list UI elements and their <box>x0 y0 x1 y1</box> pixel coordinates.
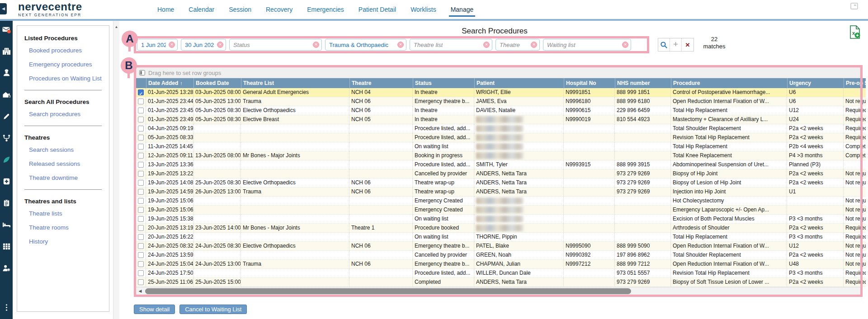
row-checkbox[interactable] <box>138 89 144 95</box>
add-filter-button[interactable]: + <box>670 38 682 51</box>
more-icon[interactable] <box>2 303 11 312</box>
clinician-icon[interactable] <box>2 69 11 77</box>
row-checkbox[interactable] <box>138 135 144 141</box>
column-header-select[interactable] <box>136 78 146 88</box>
column-header-patient[interactable]: Patient <box>474 78 564 88</box>
table-row[interactable]: 24-Jun-2025 08:3224-Jun-2025 08:30Electi… <box>136 242 866 251</box>
scroll-up-icon[interactable]: ▲ <box>113 21 119 29</box>
row-checkbox[interactable] <box>138 108 144 113</box>
column-header-nhs_number[interactable]: NHS number <box>615 78 671 88</box>
sidebar-item-theatre-lists[interactable]: Theatre lists <box>29 210 104 217</box>
table-row[interactable]: 24-Jun-2025 13:59Cancelled by providerGR… <box>136 251 866 260</box>
filter-chip-theatre[interactable]: Theatre✕ <box>495 39 540 51</box>
collapse-sidebar-icon[interactable]: ◀ <box>0 3 7 14</box>
nav-patient-detail[interactable]: Patient Detail <box>359 0 396 19</box>
row-checkbox[interactable] <box>138 162 144 168</box>
sidebar-item-history[interactable]: History <box>29 238 104 245</box>
column-header-procedure[interactable]: Procedure <box>671 78 787 88</box>
row-checkbox[interactable] <box>138 99 144 104</box>
column-header-hospital_no[interactable]: Hospital No <box>564 78 615 88</box>
sidebar-item-search-sessions[interactable]: Search sessions <box>29 146 104 153</box>
clear-filter-icon[interactable]: ✕ <box>622 42 628 48</box>
jobs-icon[interactable] <box>2 199 11 207</box>
table-row[interactable]: 19-Jun-2025 15:06Emergency CreatedEmerge… <box>136 206 866 215</box>
scroll-left-icon[interactable]: ◀ <box>137 288 143 294</box>
table-row[interactable]: 13-Jun-2025 13:36Procedure listed, add..… <box>136 160 866 169</box>
clear-filter-icon[interactable]: ✕ <box>483 42 490 48</box>
filter-chip-1-jun-2025[interactable]: 1 Jun 2025✕ <box>137 39 178 51</box>
clear-filter-icon[interactable]: ✕ <box>313 42 319 48</box>
user-admin-icon[interactable] <box>2 264 11 272</box>
table-row[interactable]: 25-Jun-2025 11:0625-Jun-2025 15:00Comple… <box>136 278 866 287</box>
sidebar-item-booked-procedures[interactable]: Booked procedures <box>29 47 104 54</box>
sidebar-item-theatre-downtime[interactable]: Theatre downtime <box>29 174 104 181</box>
table-row[interactable]: 01-Jun-2025 23:4405-Jun-2025 13:00Trauma… <box>136 97 866 106</box>
leaf-icon[interactable] <box>2 155 11 164</box>
scrollbar-thumb[interactable] <box>145 288 631 294</box>
filter-chip-waiting-list[interactable]: Waiting list✕ <box>543 39 631 51</box>
table-row[interactable]: 20-Jun-2025 16:22On waiting listTHORNE, … <box>136 233 866 242</box>
home-visit-icon[interactable] <box>2 90 11 99</box>
row-checkbox[interactable] <box>138 198 144 204</box>
row-checkbox[interactable] <box>138 117 144 122</box>
pen-icon[interactable] <box>2 112 11 121</box>
filter-chip-status[interactable]: Status✕ <box>229 39 322 51</box>
export-excel-icon[interactable]: x <box>849 25 861 41</box>
table-row[interactable]: 24-Jun-2025 15:0424-Jun-2025 13:00Trauma… <box>136 260 866 269</box>
nav-worklists[interactable]: Worklists <box>410 0 436 19</box>
row-checkbox[interactable] <box>138 144 144 150</box>
row-checkbox[interactable] <box>138 252 144 258</box>
search-button[interactable] <box>658 38 670 51</box>
row-checkbox[interactable] <box>138 153 144 159</box>
row-checkbox[interactable] <box>138 234 144 240</box>
table-row[interactable]: 19-Jun-2025 14:5926-Jun-2025 13:00Trauma… <box>136 188 866 197</box>
table-row[interactable]: 01-Jun-2025 13:2803-Jun-2025 08:00Genera… <box>136 88 866 97</box>
table-row[interactable]: 04-Jun-2025 09:19Procedure listed, add..… <box>136 124 866 133</box>
table-row[interactable]: 20-Jun-2025 13:1923-Jun-2025 14:00Mr Bon… <box>136 224 866 233</box>
popout-window-icon[interactable] <box>850 3 858 9</box>
table-row[interactable]: 19-Jun-2025 14:0825-Jun-2025 08:30Electi… <box>136 178 866 188</box>
filter-chip-trauma-orthopaedic[interactable]: Trauma & Orthopaedic✕ <box>325 39 406 51</box>
table-row[interactable]: 19-Jun-2025 15:38On waiting listExcision… <box>136 215 866 224</box>
nav-manage[interactable]: Manage <box>451 0 474 19</box>
mail-icon[interactable] <box>2 25 11 34</box>
sidebar-item-search-procedures[interactable]: Search procedures <box>29 111 104 117</box>
theatres-icon[interactable] <box>2 242 11 251</box>
table-row[interactable]: 19-Jun-2025 13:22Cancelled by providerAN… <box>136 169 866 178</box>
sidebar-item-released-sessions[interactable]: Released sessions <box>29 160 104 167</box>
table-row[interactable]: 24-Jun-2025 17:50Procedure listed, add..… <box>136 269 866 278</box>
nav-emergencies[interactable]: Emergencies <box>307 0 344 19</box>
filter-chip-theatre-list[interactable]: Theatre list✕ <box>410 39 492 51</box>
filter-chip-30-jun-2025[interactable]: 30 Jun 2025✕ <box>181 39 226 51</box>
sidebar-item-theatre-rooms[interactable]: Theatre rooms <box>29 224 104 231</box>
nav-recovery[interactable]: Recovery <box>266 0 292 19</box>
nav-calendar[interactable]: Calendar <box>189 0 214 19</box>
row-checkbox[interactable] <box>138 126 144 131</box>
button-show-detail[interactable]: Show detail <box>134 305 175 314</box>
clear-filter-icon[interactable]: ✕ <box>531 42 537 48</box>
horizontal-scrollbar[interactable]: ◀ <box>136 287 860 295</box>
table-row[interactable]: 11-Jun-2025 14:45On waiting listTotal Hi… <box>136 142 866 151</box>
column-header-booked_date[interactable]: Booked Date <box>193 78 241 88</box>
sidebar-item-procedures-on-waiting-list[interactable]: Procedures on Waiting List <box>29 75 104 82</box>
row-checkbox[interactable] <box>138 171 144 177</box>
row-checkbox[interactable] <box>138 270 144 276</box>
clear-search-button[interactable]: ✕ <box>682 38 693 51</box>
column-header-theatre_list[interactable]: Theatre List <box>241 78 349 88</box>
column-header-status[interactable]: Status <box>413 78 474 88</box>
table-row[interactable]: 05-Jun-2025 08:33Procedure listed, add..… <box>136 133 866 142</box>
clear-filter-icon[interactable]: ✕ <box>169 42 175 48</box>
sidebar-item-emergency-procedures[interactable]: Emergency procedures <box>29 61 104 68</box>
row-checkbox[interactable] <box>138 225 144 231</box>
bed-icon[interactable] <box>2 220 11 229</box>
medications-icon[interactable] <box>2 177 11 186</box>
column-header-urgency[interactable]: Urgency <box>787 78 844 88</box>
table-row[interactable]: 12-Jun-2025 09:1113-Jun-2025 08:00Mr Bon… <box>136 151 866 160</box>
row-checkbox[interactable] <box>138 279 144 285</box>
nav-home[interactable]: Home <box>157 0 174 19</box>
row-checkbox[interactable] <box>138 189 144 195</box>
row-checkbox[interactable] <box>138 261 144 267</box>
row-checkbox[interactable] <box>138 216 144 222</box>
nav-session[interactable]: Session <box>229 0 251 19</box>
hospital-icon[interactable] <box>2 47 11 56</box>
